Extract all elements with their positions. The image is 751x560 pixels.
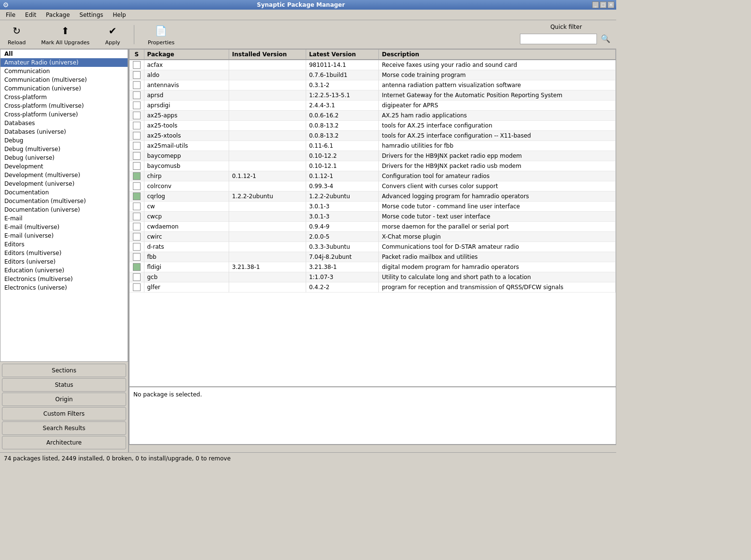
table-row[interactable]: colrconv0.99.3-4Convers client with curs… bbox=[129, 181, 616, 191]
sidebar-item-23[interactable]: Editors (multiverse) bbox=[0, 249, 128, 257]
table-row[interactable]: acfax981011-14.1Receive faxes using your… bbox=[129, 60, 616, 70]
menu-help[interactable]: Help bbox=[109, 11, 129, 19]
table-row[interactable]: cw3.0.1-3Morse code tutor - command line… bbox=[129, 202, 616, 212]
menu-package[interactable]: Package bbox=[42, 11, 74, 19]
sidebar-btn-status[interactable]: Status bbox=[2, 378, 126, 392]
sidebar-item-11[interactable]: Debug (multiverse) bbox=[0, 145, 128, 153]
package-checkbox[interactable] bbox=[133, 283, 141, 291]
table-row[interactable]: ax25-apps0.0.6-16.2AX.25 ham radio appli… bbox=[129, 111, 616, 121]
sidebar-item-22[interactable]: Editors bbox=[0, 240, 128, 249]
package-checkbox[interactable] bbox=[133, 61, 141, 69]
horizontal-scrollbar[interactable] bbox=[129, 445, 616, 452]
sidebar-item-8[interactable]: Databases bbox=[0, 119, 128, 127]
sidebar-item-21[interactable]: E-mail (universe) bbox=[0, 231, 128, 240]
table-row[interactable]: cwdaemon0.9.4-9morse daemon for the para… bbox=[129, 222, 616, 232]
table-row[interactable]: cqrlog1.2.2-2ubuntu1.2.2-2ubuntuAdvanced… bbox=[129, 191, 616, 202]
sidebar-item-19[interactable]: E-mail bbox=[0, 214, 128, 223]
sidebar-btn-custom-filters[interactable]: Custom Filters bbox=[2, 407, 126, 420]
sidebar-item-26[interactable]: Electronics (multiverse) bbox=[0, 275, 128, 283]
mark-upgrades-button[interactable]: ⬆ Mark All Upgrades bbox=[37, 21, 93, 48]
package-checkbox[interactable] bbox=[133, 263, 141, 271]
sidebar-item-25[interactable]: Education (universe) bbox=[0, 266, 128, 275]
package-checkbox[interactable] bbox=[133, 81, 141, 89]
package-checkbox[interactable] bbox=[133, 182, 141, 190]
table-row[interactable]: aprsd1:2.2.5-13-5.1Internet Gateway for … bbox=[129, 90, 616, 101]
table-row[interactable]: cwcp3.0.1-3Morse code tutor - text user … bbox=[129, 212, 616, 222]
package-checkbox[interactable] bbox=[133, 162, 141, 170]
search-icon[interactable]: 🔍 bbox=[599, 32, 612, 46]
package-table-container[interactable]: S Package Installed Version Latest Versi… bbox=[129, 49, 616, 387]
sidebar-item-18[interactable]: Documentation (universe) bbox=[0, 205, 128, 214]
table-row[interactable]: d-rats0.3.3-3ubuntuCommunications tool f… bbox=[129, 242, 616, 252]
table-row[interactable]: baycomusb0.10-12.1Drivers for the HB9JNX… bbox=[129, 161, 616, 171]
sidebar-item-10[interactable]: Debug bbox=[0, 136, 128, 145]
sidebar-item-1[interactable]: Amateur Radio (universe) bbox=[0, 58, 128, 67]
package-checkbox[interactable] bbox=[133, 243, 141, 251]
sidebar-item-17[interactable]: Documentation (multiverse) bbox=[0, 197, 128, 205]
maximize-button[interactable]: □ bbox=[600, 1, 607, 8]
package-checkbox[interactable] bbox=[133, 102, 141, 109]
sidebar-item-15[interactable]: Development (universe) bbox=[0, 179, 128, 188]
table-row[interactable]: chirp0.1.12-10.1.12-1Configuration tool … bbox=[129, 171, 616, 181]
table-row[interactable]: fldigi3.21.38-13.21.38-1digital modem pr… bbox=[129, 262, 616, 272]
sidebar-btn-origin[interactable]: Origin bbox=[2, 393, 126, 406]
sidebar-item-6[interactable]: Cross-platform (multiverse) bbox=[0, 102, 128, 110]
package-checkbox[interactable] bbox=[133, 192, 141, 200]
package-checkbox[interactable] bbox=[133, 112, 141, 119]
table-row[interactable]: ax25-tools0.0.8-13.2tools for AX.25 inte… bbox=[129, 121, 616, 131]
sidebar-item-4[interactable]: Communication (universe) bbox=[0, 84, 128, 93]
col-description[interactable]: Description bbox=[379, 50, 616, 60]
table-row[interactable]: glfer0.4.2-2program for reception and tr… bbox=[129, 282, 616, 293]
menu-edit[interactable]: Edit bbox=[21, 11, 40, 19]
table-row[interactable]: antennavis0.3.1-2antenna radiation patte… bbox=[129, 80, 616, 90]
sidebar-item-13[interactable]: Development bbox=[0, 162, 128, 171]
package-checkbox[interactable] bbox=[133, 213, 141, 220]
package-checkbox[interactable] bbox=[133, 91, 141, 99]
sidebar-item-14[interactable]: Development (multiverse) bbox=[0, 171, 128, 179]
table-row[interactable]: baycomepp0.10-12.2Drivers for the HB9JNX… bbox=[129, 151, 616, 161]
table-row[interactable]: aldo0.7.6-1build1Morse code training pro… bbox=[129, 70, 616, 80]
sidebar-item-16[interactable]: Documentation bbox=[0, 188, 128, 197]
col-latest[interactable]: Latest Version bbox=[306, 50, 378, 60]
sidebar-btn-sections[interactable]: Sections bbox=[2, 364, 126, 377]
sidebar-item-20[interactable]: E-mail (multiverse) bbox=[0, 223, 128, 231]
col-installed[interactable]: Installed Version bbox=[229, 50, 306, 60]
sidebar-item-3[interactable]: Communication (multiverse) bbox=[0, 76, 128, 84]
package-checkbox[interactable] bbox=[133, 203, 141, 210]
menu-file[interactable]: File bbox=[2, 11, 19, 19]
properties-button[interactable]: 📄 Properties bbox=[144, 21, 179, 48]
package-checkbox[interactable] bbox=[133, 253, 141, 261]
sidebar-item-24[interactable]: Editors (universe) bbox=[0, 257, 128, 266]
package-checkbox[interactable] bbox=[133, 172, 141, 180]
package-checkbox[interactable] bbox=[133, 142, 141, 150]
table-row[interactable]: fbb7.04j-8.2ubuntPacket radio mailbox an… bbox=[129, 252, 616, 262]
menu-settings[interactable]: Settings bbox=[76, 11, 107, 19]
table-row[interactable]: gcb1:1.07-3Utility to calculate long and… bbox=[129, 272, 616, 282]
sidebar-item-9[interactable]: Databases (universe) bbox=[0, 127, 128, 136]
sidebar-item-2[interactable]: Communication bbox=[0, 67, 128, 76]
package-checkbox[interactable] bbox=[133, 223, 141, 230]
sidebar-item-5[interactable]: Cross-platform bbox=[0, 93, 128, 102]
table-row[interactable]: cwirc2.0.0-5X-Chat morse plugin bbox=[129, 232, 616, 242]
sidebar-item-0[interactable]: All bbox=[0, 50, 128, 58]
sidebar-item-12[interactable]: Debug (universe) bbox=[0, 153, 128, 162]
table-row[interactable]: ax25-xtools0.0.8-13.2tools for AX.25 int… bbox=[129, 131, 616, 141]
reload-button[interactable]: ↻ Reload bbox=[4, 21, 29, 48]
minimize-button[interactable]: _ bbox=[592, 1, 599, 8]
package-checkbox[interactable] bbox=[133, 122, 141, 129]
close-button[interactable]: ✕ bbox=[608, 1, 614, 8]
table-row[interactable]: ax25mail-utils0.11-6.1hamradio utilities… bbox=[129, 141, 616, 151]
sidebar-btn-architecture[interactable]: Architecture bbox=[2, 436, 126, 449]
col-package[interactable]: Package bbox=[144, 50, 229, 60]
sidebar-item-7[interactable]: Cross-platform (universe) bbox=[0, 110, 128, 119]
apply-button[interactable]: ✔ Apply bbox=[101, 21, 124, 48]
table-row[interactable]: aprsdigi2.4.4-3.1digipeater for APRS bbox=[129, 101, 616, 111]
quick-filter-input[interactable] bbox=[520, 34, 597, 44]
sidebar-btn-search-results[interactable]: Search Results bbox=[2, 421, 126, 435]
package-checkbox[interactable] bbox=[133, 233, 141, 241]
package-checkbox[interactable] bbox=[133, 132, 141, 140]
package-checkbox[interactable] bbox=[133, 273, 141, 281]
package-checkbox[interactable] bbox=[133, 152, 141, 160]
sidebar-item-27[interactable]: Electronics (universe) bbox=[0, 283, 128, 292]
package-checkbox[interactable] bbox=[133, 71, 141, 79]
